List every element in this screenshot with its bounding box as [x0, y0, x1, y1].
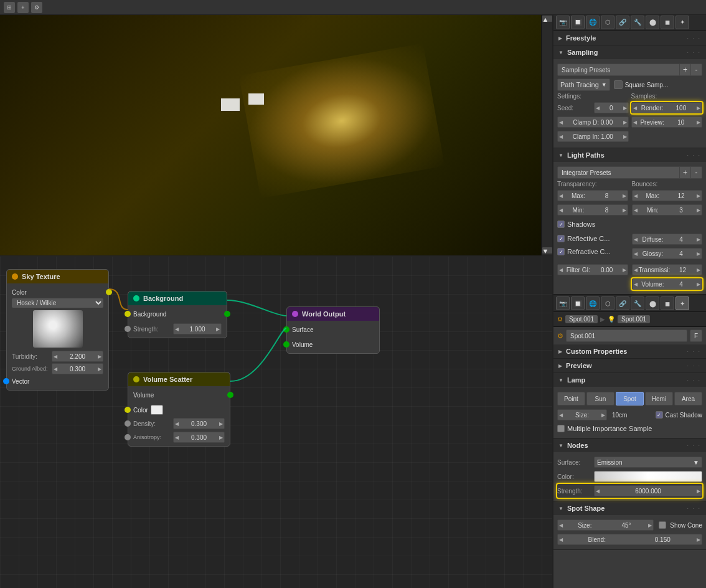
transmissive-field[interactable]: ◀ Transmissi: 12 ▶	[632, 264, 703, 275]
show-cone-check[interactable]	[659, 521, 666, 529]
strength-right[interactable]: ▶	[695, 486, 702, 496]
lamp-header[interactable]: ▼ Lamp · · ·	[553, 373, 706, 387]
clamp-in-field[interactable]: ◀ Clamp In: 1.00 ▶	[557, 131, 629, 142]
glossy-left[interactable]: ◀	[633, 249, 639, 258]
render-right[interactable]: ▶	[695, 103, 702, 113]
bounce-max-left[interactable]: ◀	[633, 191, 639, 201]
trans-max-field[interactable]: ◀ Max: 8 ▶	[557, 190, 628, 201]
glossy-field[interactable]: ◀ Glossy: 4 ▶	[632, 248, 703, 259]
spot-blend-left[interactable]: ◀	[558, 534, 564, 544]
obj-modifier-icon[interactable]: 🔧	[631, 296, 644, 310]
clamp-in-left[interactable]: ◀	[558, 131, 564, 141]
preview-left[interactable]: ◀	[632, 117, 638, 127]
diffuse-field[interactable]: ◀ Diffuse: 4 ▶	[632, 234, 703, 245]
nodes-header[interactable]: ▼ Nodes · · ·	[553, 439, 706, 452]
obj-world-icon[interactable]: 🌐	[586, 296, 600, 310]
material-icon[interactable]: ⬤	[646, 16, 659, 29]
obj-render-icon[interactable]: 📷	[556, 296, 570, 310]
world-icon[interactable]: 🌐	[586, 16, 600, 29]
bg-input-socket[interactable]	[125, 311, 131, 317]
name-input[interactable]	[566, 330, 687, 342]
node-editor-bg[interactable]: Sky Texture Color Hosek / Wilkie Turbidi…	[0, 257, 552, 588]
lamp-sun-btn[interactable]: Sun	[586, 392, 614, 405]
trans-max-left[interactable]: ◀	[558, 191, 564, 201]
custom-properties-header[interactable]: ▶ Custom Properties · · ·	[553, 344, 706, 358]
bounce-max-right[interactable]: ▶	[695, 191, 702, 201]
refractive-checkbox[interactable]	[557, 248, 565, 255]
diffuse-right[interactable]: ▶	[695, 234, 702, 244]
filter-gi-left[interactable]: ◀	[558, 265, 564, 275]
render-icon[interactable]: 📷	[556, 16, 570, 29]
strength-left[interactable]: ◀	[595, 486, 601, 496]
world-output-node[interactable]: World Output Surface Volume	[286, 306, 380, 354]
volume-field[interactable]: ◀ Volume: 4 ▶	[632, 278, 703, 290]
preview-samples-field[interactable]: ◀ Preview: 10 ▶	[631, 116, 703, 128]
obj-material-icon[interactable]: ◼	[661, 296, 674, 310]
clamp-d-right[interactable]: ▶	[622, 117, 628, 127]
vol-output-socket[interactable]	[227, 392, 233, 398]
strength-field[interactable]: ◀ 6000.000 ▶	[594, 485, 702, 496]
trans-right[interactable]: ▶	[695, 265, 702, 275]
light-paths-header[interactable]: ▼ Light Paths · · ·	[553, 148, 706, 162]
right-panel-scroll[interactable]: ▶ Freestyle · · · ▼ Sampling · · · Sampl…	[553, 31, 706, 588]
turbidity-left[interactable]: ◀	[52, 351, 59, 361]
vol-anisotropy-field[interactable]: ◀ 0.300 ▶	[173, 432, 225, 443]
vol-density-left[interactable]: ◀	[174, 419, 180, 429]
spot-size-right[interactable]: ▶	[647, 520, 653, 530]
world-surface-socket[interactable]	[283, 326, 289, 333]
node-add-btn[interactable]: +	[17, 2, 29, 13]
render-left[interactable]: ◀	[632, 103, 638, 113]
volume-left[interactable]: ◀	[633, 279, 639, 289]
lamp-size-left[interactable]: ◀	[558, 410, 564, 420]
vol-anisotropy-right[interactable]: ▶	[218, 432, 224, 442]
clamp-in-right[interactable]: ▶	[622, 131, 628, 141]
spot-blend-field[interactable]: ◀ Blend: 0.150 ▶	[557, 534, 702, 545]
texture-icon[interactable]: ◼	[661, 16, 674, 29]
vol-color-swatch[interactable]	[151, 405, 163, 415]
lamp-size-right[interactable]: ▶	[600, 410, 606, 420]
integrator-presets-add[interactable]: +	[680, 166, 691, 179]
surface-select[interactable]: Emission ▼	[594, 457, 702, 468]
obj-data-icon[interactable]: ⬤	[646, 296, 659, 310]
preview-right[interactable]: ▶	[695, 117, 702, 127]
sky-preset-select[interactable]: Hosek / Wilkie	[12, 298, 103, 308]
vol-anisotropy-socket[interactable]	[125, 434, 131, 440]
path-select[interactable]: Path Tracing ▼	[557, 78, 610, 91]
world-volume-socket[interactable]	[283, 341, 289, 348]
spot-shape-header[interactable]: ▼ Spot Shape · · ·	[553, 501, 706, 515]
name-F-btn[interactable]: F	[690, 330, 702, 342]
volume-right[interactable]: ▶	[695, 279, 702, 289]
modifier-icon[interactable]: 🔧	[631, 16, 644, 29]
node-settings-btn[interactable]: ⚙	[31, 2, 42, 13]
seed-left[interactable]: ◀	[595, 103, 601, 113]
bounce-max-field[interactable]: ◀ Max: 12 ▶	[632, 190, 703, 201]
object-icon[interactable]: ⬡	[601, 16, 614, 29]
vol-density-socket[interactable]	[125, 420, 131, 427]
clamp-d-field[interactable]: ◀ Clamp D: 0.00 ▶	[557, 116, 629, 128]
breadcrumb-name2[interactable]: Spot.001	[618, 315, 650, 323]
bounce-min-left[interactable]: ◀	[633, 205, 639, 215]
volume-scatter-node[interactable]: Volume Scatter Volume Color	[128, 372, 230, 447]
vol-density-field[interactable]: ◀ 0.300 ▶	[173, 418, 225, 429]
cast-shadow-check[interactable]	[656, 411, 663, 419]
spot-size-field[interactable]: ◀ Size: 45° ▶	[557, 519, 654, 531]
background-node[interactable]: Background Background Strength: ◀	[128, 291, 227, 338]
sky-texture-node[interactable]: Sky Texture Color Hosek / Wilkie Turbidi…	[6, 269, 109, 391]
sampling-header[interactable]: ▼ Sampling · · ·	[553, 45, 706, 59]
trans-max-right[interactable]: ▶	[621, 191, 628, 201]
spot-blend-right[interactable]: ▶	[695, 534, 702, 544]
color-swatch[interactable]	[594, 471, 702, 482]
node-type-btn[interactable]: ⊞	[4, 2, 15, 13]
sky-color-socket[interactable]	[106, 289, 112, 295]
bounce-min-field[interactable]: ◀ Min: 3 ▶	[632, 204, 703, 216]
trans-min-field[interactable]: ◀ Min: 8 ▶	[557, 204, 628, 216]
bounce-min-right[interactable]: ▶	[695, 205, 702, 215]
scroll-up-btn[interactable]: ▲	[542, 16, 552, 22]
ground-left[interactable]: ◀	[52, 364, 59, 374]
scroll-down-btn[interactable]: ▼	[542, 247, 552, 254]
freestyle-header[interactable]: ▶ Freestyle · · ·	[553, 31, 706, 45]
lamp-hemi-btn[interactable]: Hemi	[645, 392, 673, 405]
ground-right[interactable]: ▶	[96, 364, 103, 374]
trans-min-left[interactable]: ◀	[558, 205, 564, 215]
clamp-d-left[interactable]: ◀	[558, 117, 564, 127]
